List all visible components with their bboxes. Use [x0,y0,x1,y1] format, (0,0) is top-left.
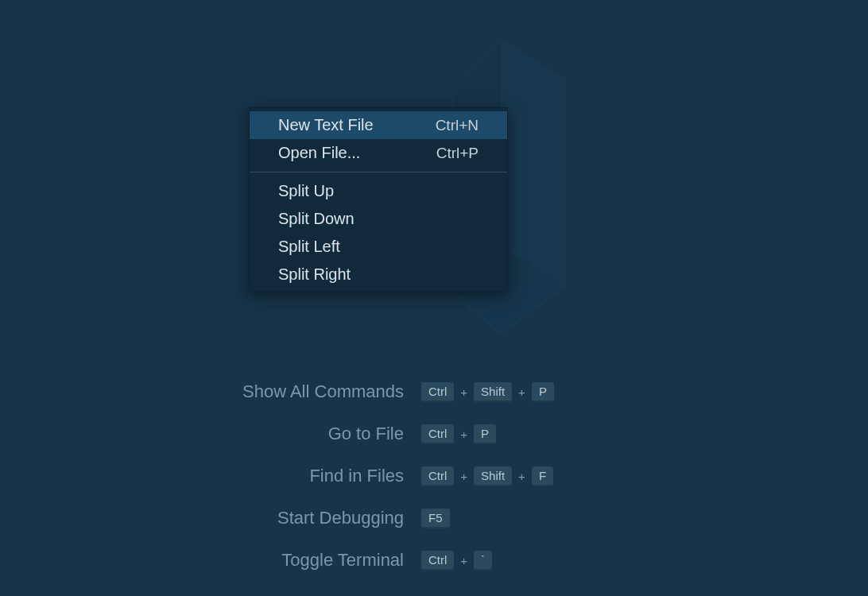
shortcut-label: Show All Commands [0,381,421,402]
menu-item-shortcut: Ctrl+P [436,145,479,162]
key: P [532,382,554,402]
shortcut-row-toggle-terminal: Toggle Terminal Ctrl + ` [0,550,868,571]
shortcut-label: Find in Files [0,466,421,486]
shortcut-label: Toggle Terminal [0,550,421,571]
menu-item-label: Split Up [278,182,334,200]
shortcut-row-go-to-file: Go to File Ctrl + P [0,424,868,444]
plus-icon: + [459,428,469,441]
shortcut-label: Start Debugging [0,508,421,528]
plus-icon: + [459,385,469,399]
menu-item-label: Split Right [278,265,351,284]
menu-item-label: New Text File [278,116,374,134]
key: Ctrl [421,466,454,486]
menu-item-label: Split Down [278,210,355,228]
menu-item-shortcut: Ctrl+N [436,117,479,134]
key: Shift [474,382,512,402]
key: F5 [421,509,450,528]
shortcut-keys: F5 [421,509,450,528]
shortcut-row-find-in-files: Find in Files Ctrl + Shift + F [0,466,868,486]
key: F [532,466,553,486]
menu-item-split-down[interactable]: Split Down [250,205,507,233]
shortcut-label: Go to File [0,424,421,444]
shortcut-keys: Ctrl + P [421,424,496,444]
shortcut-keys: Ctrl + ` [421,551,492,571]
key: Ctrl [421,424,454,444]
plus-icon: + [517,385,527,399]
menu-item-split-up[interactable]: Split Up [250,177,507,205]
shortcut-row-start-debugging: Start Debugging F5 [0,508,868,528]
menu-item-label: Open File... [278,144,360,162]
shortcut-keys: Ctrl + Shift + F [421,466,553,486]
menu-item-split-left[interactable]: Split Left [250,233,507,261]
menu-item-label: Split Left [278,238,340,256]
plus-icon: + [517,470,527,483]
shortcut-row-show-all-commands: Show All Commands Ctrl + Shift + P [0,381,868,402]
menu-item-split-right[interactable]: Split Right [250,261,507,288]
plus-icon: + [459,554,469,567]
welcome-shortcuts-list: Show All Commands Ctrl + Shift + P Go to… [0,381,868,592]
menu-item-new-text-file[interactable]: New Text File Ctrl+N [250,111,507,139]
key: Ctrl [421,382,454,402]
shortcut-keys: Ctrl + Shift + P [421,382,554,402]
key: Ctrl [421,551,454,571]
key: ` [474,551,492,571]
menu-item-open-file[interactable]: Open File... Ctrl+P [250,139,507,167]
plus-icon: + [459,470,469,483]
menu-separator [250,172,507,172]
key: Shift [474,466,512,486]
key: P [474,424,496,444]
editor-context-menu[interactable]: New Text File Ctrl+N Open File... Ctrl+P… [249,107,508,292]
